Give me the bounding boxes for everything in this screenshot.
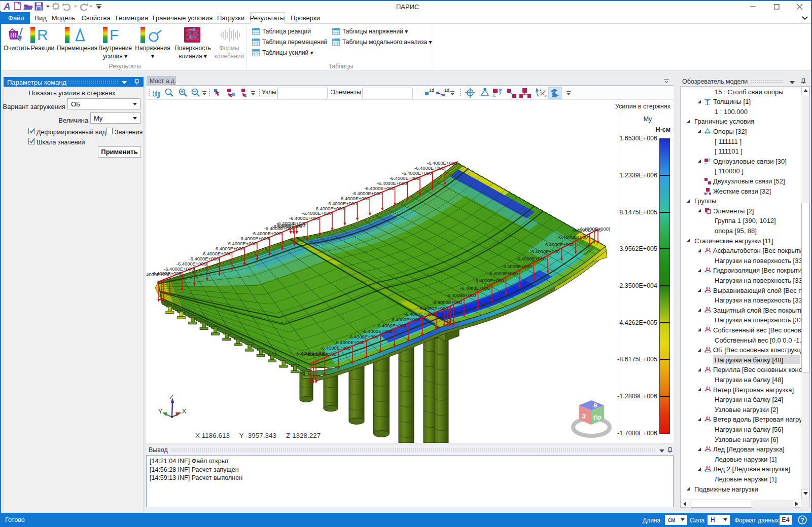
svg-text:-6.4000E+000: -6.4000E+000 [252,231,281,236]
svg-text:-6.4000E+000: -6.4000E+000 [176,261,206,267]
svg-text:1d: 1d [444,88,449,93]
svg-text:1d: 1d [429,88,434,93]
svg-text:-6.4000E+000: -6.4000E+000 [339,196,369,201]
svg-text:X 1186.613 Y -3957.343: X 1186.613 Y -3957.343 Z 1328.227 [195,432,321,439]
svg-text:F: F [110,26,119,43]
svg-text:-6.4000E+000: -6.4000E+000 [488,271,518,276]
svg-text:-6.4000E+000: -6.4000E+000 [164,266,194,272]
svg-text:Узлы: Узлы [262,89,276,96]
svg-text:M: M [499,88,502,92]
svg-text:-6.4000E+000: -6.4000E+000 [390,175,419,181]
svg-text:A: A [3,1,11,12]
svg-text:-6.4000E+000: -6.4000E+000 [557,234,587,240]
svg-text:-6.4000E+000: -6.4000E+000 [418,306,448,311]
svg-text:-6.4000E+000: -6.4000E+000 [352,191,382,196]
svg-text:-6.4000E+000: -6.4000E+000 [302,210,332,216]
svg-text:-6.4000E+000: -6.4000E+000 [362,328,392,334]
svg-text:y: y [544,88,546,93]
svg-text:Элементы: Элементы [331,89,361,96]
svg-text:-6.4000E+000: -6.4000E+000 [275,222,305,228]
svg-text:-6.4000E+000: -6.4000E+000 [502,264,532,269]
svg-text:-6.4000E+000: -6.4000E+000 [529,249,559,254]
svg-text:-6.4000E+000: -6.4000E+000 [364,185,394,191]
svg-text:-6.4000E+000: -6.4000E+000 [227,241,257,246]
svg-text:-6.4000E+000: -6.4000E+000 [214,246,244,251]
svg-text:-6.4000E+000: -6.4000E+000 [146,272,171,277]
svg-text:-6.4000E+000: -6.4000E+000 [377,180,407,186]
svg-text:-6.4000E+000: -6.4000E+000 [544,242,574,247]
svg-text:R: R [37,26,48,43]
svg-text:x: x [545,94,547,98]
svg-text:-6.4000E+000: -6.4000E+000 [314,206,344,211]
svg-text:-6.4000E+000: -6.4000E+000 [414,165,444,171]
svg-text:-6.4000E+000: -6.4000E+000 [404,311,434,317]
svg-text:-6.4000E+000: -6.4000E+000 [334,340,364,345]
svg-text:z: z [540,87,542,92]
svg-text:-6.4000E+000: -6.4000E+000 [474,278,504,283]
svg-text:-6.4000E+000: -6.4000E+000 [460,285,490,291]
svg-text:Пр: Пр [593,413,602,422]
svg-text:-6.4000E+000: -6.4000E+000 [348,334,378,340]
svg-text:-6.4000E+000: -6.4000E+000 [327,201,357,206]
svg-text:M: M [709,158,711,161]
svg-text:-6.4000E+000: -6.4000E+000 [189,256,219,261]
svg-text:Z: Z [169,393,173,401]
svg-text:-6.4000E+000: -6.4000E+000 [516,256,546,261]
svg-text:-6.4000E+000: -6.4000E+000 [376,323,406,328]
svg-text:-6.4000E+000): -6.4000E+000) [579,226,610,232]
svg-text:-6.4000E+000: -6.4000E+000 [432,299,462,305]
svg-text:-6.4000E+000: -6.4000E+000 [239,236,269,241]
svg-text:-6.4000E+000: -6.4000E+000 [299,351,329,357]
svg-text:-6.4000E+000: -6.4000E+000 [402,170,432,176]
svg-text:X: X [182,407,187,415]
svg-text:-6.4000E+000: -6.4000E+000 [390,317,420,322]
svg-text:?: ? [800,517,804,524]
svg-text:-6.4000E+000: -6.4000E+000 [427,160,457,166]
svg-text:-6.4000E+000: -6.4000E+000 [201,251,231,256]
svg-text:-6.4000E+000: -6.4000E+000 [446,292,476,298]
svg-text:-6.4000E+000: -6.4000E+000 [289,215,319,221]
svg-text:Y: Y [158,407,163,415]
